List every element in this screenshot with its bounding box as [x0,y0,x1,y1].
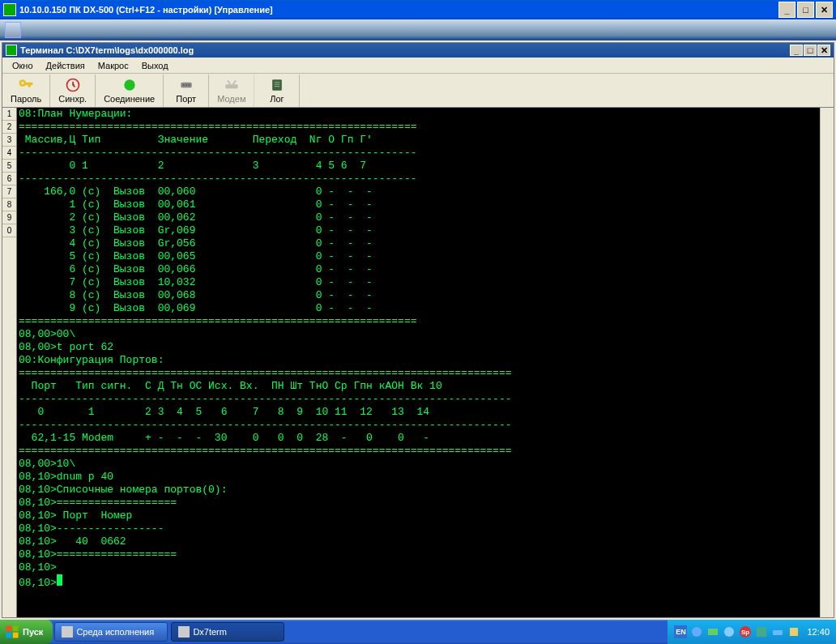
svg-point-5 [188,84,190,86]
svg-rect-10 [6,633,12,638]
gutter-8: 8 [2,198,16,211]
task-label-1: Среда исполнения [76,627,154,637]
gutter-6: 6 [2,173,16,186]
svg-point-1 [124,79,134,90]
port-label: Порт [176,94,196,104]
key-icon [18,77,34,93]
outer-window: 10.10.0.150 ПК DX-500 (Ctrl+F12 - настро… [0,0,836,620]
svg-rect-7 [272,79,282,90]
sinhr-label: Синхр. [58,94,87,104]
gutter-2: 2 [2,121,16,134]
gutter-4: 4 [2,147,16,160]
clock-icon [65,77,81,93]
task-label-2: Dx7term [193,627,227,637]
maximize-button[interactable]: □ [797,2,814,18]
outer-title: 10.10.0.150 ПК DX-500 (Ctrl+F12 - настро… [19,5,273,15]
start-button[interactable]: Пуск [0,620,53,644]
svg-rect-19 [790,628,798,636]
modem-label: Модем [217,94,245,104]
log-button[interactable]: Лог [254,75,300,107]
svg-rect-13 [708,629,718,635]
inner-maximize-button[interactable]: □ [804,45,817,56]
gutter-1: 1 [2,108,16,121]
svg-rect-18 [773,630,783,635]
terminal-app-icon [6,45,17,56]
toolbar: Пароль Синхр. Соединение Порт Модем Лог [2,74,834,108]
tray-icon-sp[interactable]: Sp [739,625,752,638]
vertical-scrollbar[interactable] [820,108,834,617]
terminal-output[interactable]: 08:План Нумерации: =====================… [17,108,820,617]
menu-makros[interactable]: Макрос [93,59,134,72]
menu-okno[interactable]: Окно [7,59,38,72]
terminal-area: 1 2 3 4 5 6 7 8 9 0 08:План Нумерации: =… [2,108,834,617]
close-button[interactable]: ✕ [816,2,833,18]
clock[interactable]: 12:40 [807,627,830,637]
minimize-button[interactable]: _ [778,2,795,18]
inner-title: Терминал C:\DX7term\logs\dx000000.log [20,45,194,55]
port-button[interactable]: Порт [164,75,209,107]
inner-window-controls: _ □ ✕ [790,45,830,56]
tray-icon-3[interactable] [723,625,736,638]
svg-rect-9 [13,626,19,632]
port-icon [178,77,194,93]
tray-icon-2[interactable] [706,625,719,638]
inner-titlebar[interactable]: Терминал C:\DX7term\logs\dx000000.log _ … [2,43,834,58]
task-item-dx7term[interactable]: Dx7term [171,622,284,642]
outer-toolbar-strip [0,19,836,41]
svg-point-3 [183,84,185,86]
task-icon [62,626,73,638]
gutter-3: 3 [2,134,16,147]
svg-point-4 [186,84,187,86]
svg-rect-6 [225,84,237,88]
svg-point-12 [692,627,702,637]
svg-rect-17 [757,627,766,637]
line-gutter: 1 2 3 4 5 6 7 8 9 0 [2,108,17,617]
task-item-sreda[interactable]: Среда исполнения [54,622,168,642]
start-label: Пуск [23,627,43,637]
menubar: Окно Действия Макрос Выход [2,58,834,74]
menu-deystviya[interactable]: Действия [41,59,90,72]
inner-minimize-button[interactable]: _ [790,45,803,56]
lang-indicator[interactable]: EN [674,625,687,638]
modem-button: Модем [209,75,254,107]
gutter-7: 7 [2,186,16,198]
taskbar: Пуск Среда исполнения Dx7term EN Sp 12:4… [0,620,836,644]
log-icon [269,77,285,93]
gutter-5: 5 [2,160,16,173]
strip-icon[interactable] [5,22,21,38]
sinhr-button[interactable]: Синхр. [50,75,96,107]
soedinenie-label: Соединение [104,94,155,104]
outer-titlebar[interactable]: 10.10.0.150 ПК DX-500 (Ctrl+F12 - настро… [0,0,836,19]
svg-rect-8 [6,626,12,632]
connection-icon [122,77,138,93]
svg-point-14 [724,627,734,637]
outer-window-controls: _ □ ✕ [778,2,833,18]
menu-vyhod[interactable]: Выход [137,59,173,72]
inner-window: Терминал C:\DX7term\logs\dx000000.log _ … [2,42,834,618]
windows-icon [5,625,19,639]
svg-text:Sp: Sp [741,629,749,636]
soedinenie-button[interactable]: Соединение [96,75,164,107]
task-icon [178,626,190,638]
log-label: Лог [270,94,284,104]
gutter-9: 9 [2,211,16,224]
system-tray: EN Sp 12:40 [668,620,836,644]
svg-rect-11 [13,633,19,638]
tray-icon-6[interactable] [771,625,784,638]
modem-icon [224,77,240,93]
inner-close-button[interactable]: ✕ [817,45,830,56]
gutter-0: 0 [2,224,16,237]
tray-icon-5[interactable] [755,625,768,638]
tray-icon-1[interactable] [690,625,703,638]
parol-label: Пароль [11,94,41,104]
app-icon [3,3,16,16]
parol-button[interactable]: Пароль [2,75,50,107]
tray-icon-7[interactable] [787,625,800,638]
